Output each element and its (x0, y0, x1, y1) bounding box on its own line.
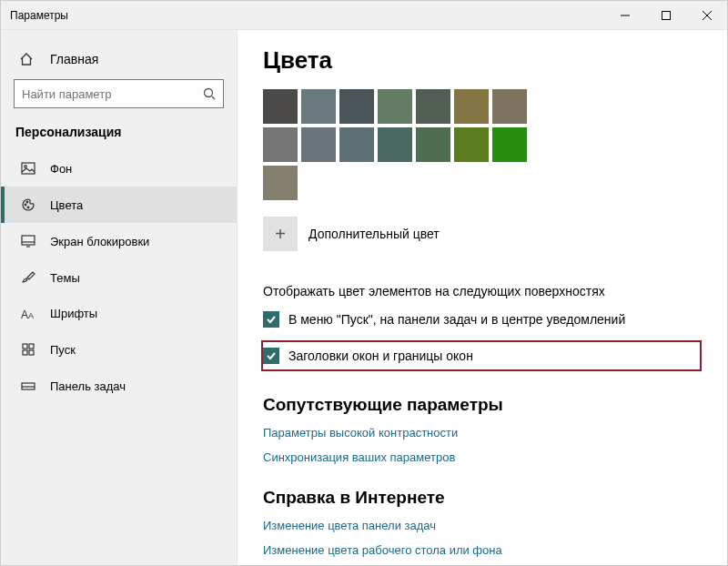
add-color-button[interactable]: + Дополнительный цвет (263, 217, 702, 251)
checkbox-checked-icon (263, 311, 279, 328)
link-change-desktop-color[interactable]: Изменение цвета рабочего стола или фона (263, 543, 702, 557)
sidebar-item-taskbar[interactable]: Панель задач (1, 368, 237, 404)
color-swatch[interactable] (454, 89, 489, 124)
sidebar-item-label: Пуск (50, 343, 76, 357)
sidebar-item-background[interactable]: Фон (1, 150, 237, 187)
svg-point-4 (205, 89, 213, 97)
section-header: Персонализация (1, 125, 237, 150)
svg-rect-17 (29, 344, 34, 349)
sidebar-item-fonts[interactable]: AA Шрифты (1, 296, 237, 331)
svg-rect-1 (662, 11, 670, 19)
color-swatch[interactable] (454, 127, 489, 162)
palette-icon (19, 197, 37, 212)
color-swatch[interactable] (378, 127, 412, 162)
home-link[interactable]: Главная (1, 46, 237, 76)
svg-point-10 (27, 207, 29, 208)
color-swatch[interactable] (263, 166, 298, 200)
surface-label: Отображать цвет элементов на следующих п… (263, 284, 702, 298)
color-swatch[interactable] (492, 127, 527, 162)
taskbar-icon (19, 379, 37, 393)
sidebar-item-label: Экран блокировки (50, 235, 149, 248)
checkbox-checked-icon (263, 348, 279, 364)
sidebar-item-lockscreen[interactable]: Экран блокировки (1, 223, 237, 259)
font-icon: AA (19, 308, 37, 320)
checkbox-label: В меню "Пуск", на панели задач и в центр… (288, 312, 625, 327)
checkbox-title-borders[interactable]: Заголовки окон и границы окон (261, 340, 702, 371)
color-swatch[interactable] (378, 89, 412, 124)
color-swatch[interactable] (416, 89, 450, 124)
color-swatch[interactable] (301, 89, 336, 124)
home-label: Главная (50, 52, 98, 66)
color-swatch[interactable] (263, 89, 298, 124)
checkbox-label: Заголовки окон и границы окон (288, 349, 473, 363)
svg-rect-18 (23, 350, 27, 355)
svg-point-8 (25, 204, 26, 206)
color-swatch[interactable] (492, 89, 527, 124)
svg-rect-6 (22, 163, 35, 174)
sidebar-item-colors[interactable]: Цвета (1, 187, 237, 223)
home-icon (19, 52, 37, 66)
link-sync-settings[interactable]: Синхронизация ваших параметров (263, 450, 702, 464)
svg-text:A: A (28, 311, 34, 320)
color-swatch[interactable] (339, 127, 374, 162)
sidebar-item-themes[interactable]: Темы (1, 259, 237, 296)
sidebar: Главная Персонализация Фон Цвета Экран б… (1, 30, 238, 565)
sidebar-item-label: Фон (50, 162, 72, 176)
svg-line-5 (212, 96, 215, 99)
link-change-taskbar-color[interactable]: Изменение цвета панели задач (263, 519, 702, 532)
sidebar-item-start[interactable]: Пуск (1, 331, 237, 368)
sidebar-item-label: Панель задач (50, 379, 126, 393)
color-swatch[interactable] (416, 127, 450, 162)
plus-icon: + (263, 217, 298, 251)
sidebar-item-label: Шрифты (50, 307, 97, 320)
sidebar-item-label: Цвета (50, 198, 83, 212)
maximize-button[interactable] (645, 1, 686, 30)
svg-rect-11 (22, 236, 35, 245)
search-icon (203, 87, 216, 100)
close-button[interactable] (686, 1, 727, 30)
search-field[interactable] (14, 79, 224, 108)
add-color-label: Дополнительный цвет (308, 227, 440, 241)
checkbox-start-taskbar[interactable]: В меню "Пуск", на панели задач и в центр… (263, 311, 702, 328)
svg-rect-16 (23, 344, 27, 349)
page-title: Цвета (263, 46, 702, 75)
monitor-icon (19, 234, 37, 248)
help-heading: Справка в Интернете (263, 488, 702, 508)
color-swatch[interactable] (339, 89, 374, 124)
start-icon (19, 342, 37, 357)
color-swatch[interactable] (263, 127, 298, 162)
minimize-button[interactable] (604, 1, 645, 30)
titlebar: Параметры (1, 1, 727, 30)
sidebar-item-label: Темы (50, 271, 80, 285)
search-input[interactable] (22, 87, 203, 101)
link-high-contrast[interactable]: Параметры высокой контрастности (263, 426, 702, 440)
svg-point-9 (26, 201, 28, 203)
related-heading: Сопутствующие параметры (263, 395, 702, 415)
window-title: Параметры (10, 9, 604, 22)
image-icon (19, 161, 37, 176)
brush-icon (19, 270, 37, 285)
svg-rect-19 (29, 350, 34, 355)
svg-text:A: A (21, 308, 28, 320)
color-swatch[interactable] (301, 127, 336, 162)
color-swatch-grid (263, 89, 563, 200)
svg-point-7 (25, 166, 27, 168)
content-pane: Цвета + Дополнительный цвет Отображать ц… (238, 30, 727, 565)
